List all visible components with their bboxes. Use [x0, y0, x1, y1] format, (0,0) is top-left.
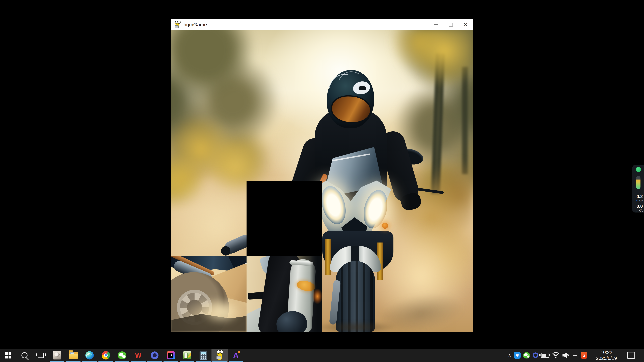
clock-date: 2025/6/19: [591, 355, 622, 361]
cat-photo-icon: [53, 351, 61, 360]
blue-ring-icon: [151, 352, 158, 359]
taskbar-item-pygame-active[interactable]: [212, 349, 228, 362]
system-tray: ∧ ✱ 中 S 10:22 2025/6/19: [508, 349, 644, 362]
upload-arrow-icon: ↑: [636, 199, 638, 203]
desktop: hgmGame ✕: [0, 0, 644, 362]
tile-bright-sand: [201, 298, 242, 325]
download-unit: K/s: [639, 209, 643, 212]
blue-ring-tray-icon[interactable]: [533, 353, 538, 358]
running-indicator: [147, 361, 162, 362]
tile-orange-glow: [312, 289, 322, 304]
wps-icon: W: [135, 352, 142, 359]
search-icon: [22, 352, 28, 358]
blue-asterisk-tray-icon[interactable]: ✱: [514, 352, 520, 359]
maximize-icon: [449, 23, 453, 27]
puzzle-tile-wheel-closeup[interactable]: [171, 256, 246, 332]
taskbar-item-chrome[interactable]: [98, 349, 114, 362]
running-indicator: [228, 361, 243, 362]
start-button[interactable]: [0, 349, 16, 362]
taskbar-item-intellij[interactable]: IJ: [163, 349, 179, 362]
widget-divider: [634, 174, 644, 174]
turn-signal-right: [382, 223, 388, 229]
running-indicator: [82, 361, 97, 362]
golden-foliage-right: [386, 30, 473, 104]
maximize-button[interactable]: [444, 19, 458, 30]
puzzle-board[interactable]: [171, 30, 473, 332]
close-button[interactable]: ✕: [458, 19, 473, 30]
download-speed: 0.0 ↓ K/s: [633, 204, 644, 213]
minimize-icon: [434, 24, 438, 25]
wifi-icon[interactable]: [552, 352, 560, 359]
wechat-tray-icon[interactable]: [523, 352, 530, 359]
taskbar-item-file-explorer[interactable]: [65, 349, 81, 362]
volume-muted-icon[interactable]: [562, 352, 570, 358]
net-speed-widget[interactable]: 0.2 ↑ K/s 0.0 ↓ K/s: [632, 165, 644, 213]
chrome-icon: [102, 351, 110, 360]
running-indicator: [115, 361, 129, 362]
running-indicator: [180, 361, 194, 362]
battery-icon[interactable]: [541, 353, 549, 358]
hgmgame-window: hgmGame ✕: [171, 19, 473, 332]
upload-speed: 0.2 ↑ K/s: [633, 194, 644, 203]
taskbar-clock[interactable]: 10:22 2025/6/19: [591, 350, 622, 361]
running-indicator: [50, 361, 64, 362]
download-arrow-icon: ↓: [636, 209, 638, 212]
task-view-icon: [38, 353, 44, 358]
task-view-button[interactable]: [32, 349, 49, 362]
running-indicator: [66, 361, 80, 362]
window-controls: ✕: [429, 19, 473, 30]
wechat-icon: [118, 352, 126, 359]
taskbar-item-cat-photo-app[interactable]: [49, 349, 65, 362]
running-indicator: [131, 361, 146, 362]
taskbar-item-edge[interactable]: [81, 349, 98, 362]
puzzle-empty-tile[interactable]: [246, 181, 322, 256]
puzzle-tile-leg-closeup[interactable]: [246, 256, 322, 332]
close-icon: ✕: [464, 22, 468, 28]
minimize-button[interactable]: [429, 19, 444, 30]
file-explorer-icon: [69, 352, 78, 359]
exhaust-tip: [221, 246, 230, 256]
taskbar-apps: W IJ: [0, 349, 244, 362]
running-indicator: [212, 361, 227, 362]
windows-logo-icon: [5, 352, 12, 359]
editplus-icon: [183, 351, 191, 359]
search-button[interactable]: [16, 349, 32, 362]
running-indicator: [98, 361, 113, 362]
taskbar-item-ai-app[interactable]: A: [228, 349, 244, 362]
calculator-icon: [200, 351, 207, 360]
download-value: 0.0: [633, 204, 644, 209]
taskbar: W IJ: [0, 349, 644, 362]
ai-app-icon: A: [233, 351, 239, 360]
action-center-tail: [629, 358, 632, 360]
taskbar-item-wechat[interactable]: [114, 349, 130, 362]
window-titlebar[interactable]: hgmGame ✕: [171, 19, 473, 30]
pygame-app-icon: [174, 21, 181, 29]
sogou-input-icon[interactable]: S: [580, 352, 587, 359]
gauge-pill-icon: [636, 176, 640, 189]
edge-icon: [85, 351, 94, 360]
ai-app-dot: [238, 351, 240, 353]
action-center-button[interactable]: [627, 352, 635, 359]
widget-divider: [634, 191, 644, 191]
running-indicator: [196, 361, 211, 362]
upload-unit: K/s: [639, 199, 643, 203]
running-indicator: [164, 361, 178, 362]
pygame-snake-icon: [215, 351, 224, 360]
taskbar-item-wps[interactable]: W: [130, 349, 146, 362]
taskbar-item-editplus[interactable]: [179, 349, 195, 362]
intellij-icon: IJ: [167, 351, 175, 359]
taskbar-item-calculator[interactable]: [195, 349, 212, 362]
ime-chinese-indicator[interactable]: 中: [572, 352, 578, 359]
hidden-icons-chevron[interactable]: ∧: [508, 353, 511, 358]
upload-value: 0.2: [633, 194, 644, 199]
status-dot-icon: [636, 167, 641, 172]
clock-time: 10:22: [591, 350, 622, 355]
window-title: hgmGame: [184, 22, 207, 27]
taskbar-item-blue-ring-app[interactable]: [146, 349, 163, 362]
show-desktop-button[interactable]: [642, 349, 643, 362]
